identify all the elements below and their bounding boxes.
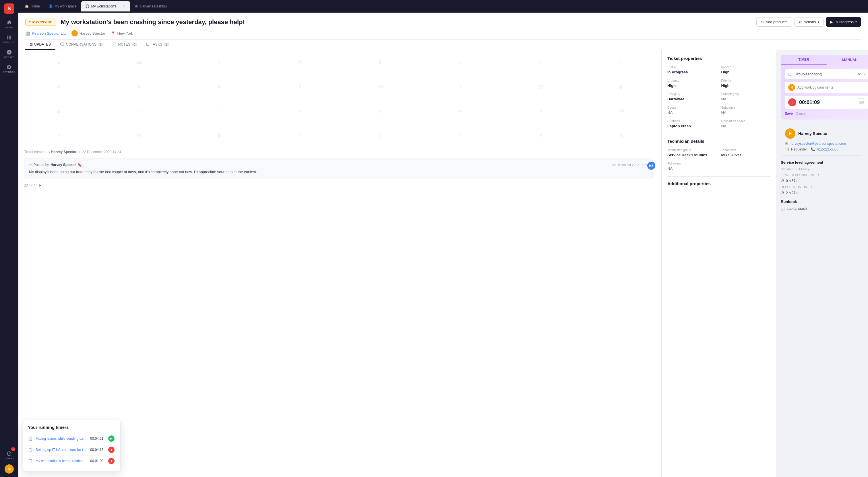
tab-notes[interactable]: 📄 NOTES 0: [107, 40, 142, 50]
tab-ticket[interactable]: 🎧 My workstation's ... ✕: [81, 1, 130, 11]
message-body: My display's been going out frequently f…: [29, 169, 648, 175]
settings-icon: [6, 64, 12, 70]
tab-updates[interactable]: ⊡ UPDATES: [25, 40, 55, 50]
timer-play-button-1[interactable]: ▶: [108, 436, 115, 442]
bookmark-icon: 🔖: [78, 163, 82, 167]
timer-icon: [6, 451, 12, 456]
actions-button[interactable]: ⚙ Actions ▾: [794, 17, 824, 27]
timer-item-3: 📋 My workstation's been crashing since y…: [28, 455, 116, 466]
sidebar-item-home[interactable]: HOME: [0, 17, 19, 31]
conversations-tab-icon: 💬: [60, 42, 64, 46]
message-author: ↩ Posted by Harvey Spector 🔖: [29, 163, 82, 167]
timer-keyboard-button[interactable]: ⌨: [857, 98, 865, 106]
agent-name: Harvey Spector: [798, 131, 828, 136]
sidebar-item-timers[interactable]: 3 TIMERS: [4, 448, 14, 462]
timer-item-1: 📋 Facing issues while sending cat gifs t…: [28, 433, 116, 444]
timer-save-button[interactable]: Save: [785, 111, 793, 115]
timer-category-select[interactable]: Troubleshooting: [794, 72, 861, 76]
timer-cancel-button[interactable]: Cancel: [796, 111, 806, 115]
agent-phone[interactable]: 612-221-5838: [817, 147, 838, 151]
message-avatar: MB: [647, 162, 655, 170]
prop-tech-group: Technician group Service Desk/Troubles..…: [668, 148, 717, 157]
requester-icon: 📋: [785, 147, 789, 151]
prop-cause: Cause NA: [668, 106, 717, 115]
status-chevron-icon: ▾: [856, 20, 857, 24]
prop-priority: Priority High: [721, 79, 771, 88]
flag-icon: ⚑: [39, 184, 42, 188]
tab-desktop[interactable]: 🖥 Harvey's Desktop: [131, 1, 171, 11]
message-card: ↩ Posted by Harvey Spector 🔖 22 December…: [24, 159, 653, 179]
agent-section: H Harvey Spector ✉ harveyspecter@pearson…: [776, 124, 868, 215]
sidebar-item-modules[interactable]: MODULES: [0, 32, 19, 46]
timer-tab-manual[interactable]: MANUAL: [827, 55, 868, 65]
prop-runbook: Runbook Laptop crash: [668, 119, 717, 128]
tasks-tab-icon: ☑: [146, 42, 149, 46]
reply-icon: ↩: [29, 163, 32, 167]
org-icon: 🏢: [25, 31, 30, 36]
timer-comment-avatar: H: [788, 84, 795, 91]
timer-category-icon: ⊡: [788, 72, 792, 76]
sidebar: S HOME MODULES CREATE SETTINGS 3 TIMERS …: [0, 0, 19, 477]
running-timers-popup: Your running timers 📋 Facing issues whil…: [23, 420, 121, 471]
timer-pause-main-button[interactable]: ⏸: [788, 98, 796, 106]
sla-timer-icon-2: ⏱: [781, 191, 784, 195]
timer-item-2-icon: 📋: [28, 447, 33, 452]
tab-home[interactable]: 🏠 Home: [21, 1, 44, 11]
prop-status: Status In Progress: [668, 65, 717, 74]
prop-category: Category Hardware: [668, 92, 717, 101]
prop-resolution: Resolution codes NA: [721, 119, 771, 128]
home-tab-icon: 🏠: [25, 4, 29, 8]
meta-location: 📍 New York: [111, 31, 133, 36]
tab-close-button[interactable]: ✕: [122, 4, 126, 8]
modules-icon: [6, 34, 12, 40]
add-icon: ⊕: [761, 20, 764, 24]
prop-subcause: Subcause NA: [721, 106, 771, 115]
add-products-button[interactable]: ⊕ Add products: [756, 17, 792, 27]
tab-tasks[interactable]: ☑ TASKS 1: [142, 40, 174, 50]
ticket-header: ⚠ #122222-0001 My workstation's been cra…: [19, 12, 868, 50]
sla-first-response: ⏱ 0 h 57 m: [781, 179, 863, 183]
workspace-tab-icon: 👤: [49, 4, 53, 8]
app-logo: S: [4, 3, 14, 14]
agent-email-row: ✉ harveyspecter@pearsonspector.com: [785, 142, 859, 146]
phone-icon: 📞: [811, 147, 815, 151]
meta-requester: H Harvey Spector: [71, 30, 105, 36]
watermark-area: 🖥⌨🖱💾📱🖨📡🔧 ⚙🔌💻🖥⌨🖱💾📱 🖨📡🔧⚙🔌💻🖥⌨ 🖱💾📱🖨📡🔧⚙🔌: [19, 50, 661, 148]
sidebar-item-create[interactable]: CREATE: [0, 47, 19, 61]
props-panel: Ticket properties Status In Progress Imp…: [661, 50, 776, 477]
timer-select-chevron: ▾: [864, 72, 865, 76]
user-avatar[interactable]: M: [5, 465, 14, 474]
updates-panel: 🖥⌨🖱💾📱🖨📡🔧 ⚙🔌💻🖥⌨🖱💾📱 🖨📡🔧⚙🔌💻🖥⌨ 🖱💾📱🖨📡🔧⚙🔌 Tick…: [19, 50, 661, 477]
home-icon: [6, 20, 12, 25]
timer-tab-timer[interactable]: TIMER: [781, 55, 827, 65]
notes-tab-icon: 📄: [112, 42, 117, 46]
runbook-section: Runbook 📄 Laptop crash: [781, 200, 863, 211]
prop-subcategory: Subcategory NA: [721, 92, 771, 101]
tab-conversations[interactable]: 💬 CONVERSATIONS 2: [55, 40, 107, 50]
prop-impact: Impact High: [721, 65, 771, 74]
ticket-tabs: ⊡ UPDATES 💬 CONVERSATIONS 2 📄 NOTES 0 ☑ …: [25, 39, 861, 50]
ticket-title: My workstation's been crashing since yes…: [61, 18, 752, 26]
timer-comment-input[interactable]: [797, 86, 865, 90]
ticket-meta: 🏢 Pearson Spector Litt H Harvey Spector …: [25, 30, 861, 36]
prop-technician: Technician Mike Oliver: [721, 148, 771, 157]
create-icon: [6, 49, 12, 55]
email-icon: ✉: [785, 142, 788, 146]
header-actions: ⊕ Add products ⚙ Actions ▾ ▶ In Progress…: [756, 17, 861, 27]
tab-workspace[interactable]: 👤 My workspace: [44, 1, 81, 11]
prop-urgency: Urgency High: [668, 79, 717, 88]
actions-icon: ⚙: [799, 20, 802, 24]
sidebar-item-settings[interactable]: SETTINGS: [0, 62, 19, 76]
agent-card: H Harvey Spector ✉ harveyspecter@pearson…: [781, 124, 863, 156]
timer-comment-row: H: [785, 82, 868, 93]
desktop-tab-icon: 🖥: [135, 4, 138, 8]
agent-email[interactable]: harveyspecter@pearsonspector.com: [789, 142, 846, 146]
timer-pause-button-2[interactable]: ⏸: [108, 447, 115, 453]
status-button[interactable]: ▶ In Progress ▾: [826, 17, 861, 27]
prop-followers: Followers NA: [668, 162, 770, 171]
org-link[interactable]: Pearson Spector Litt: [32, 31, 66, 36]
sla-section: Service level agreement Standard SLA Pol…: [781, 160, 863, 195]
timer-item-1-icon: 📋: [28, 436, 33, 441]
timer-item-3-icon: 📋: [28, 458, 33, 463]
timer-pause-button-3[interactable]: ⏸: [108, 458, 115, 464]
